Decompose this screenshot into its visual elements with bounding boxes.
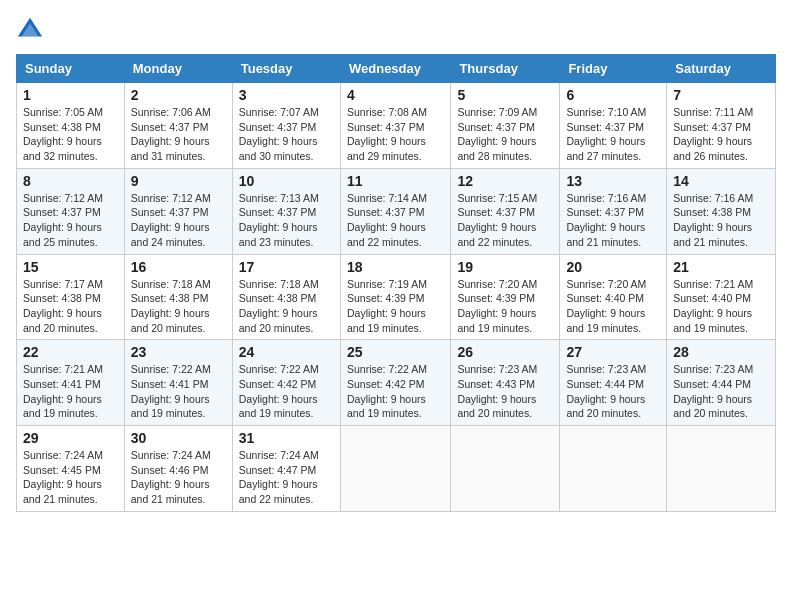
day-detail: Sunrise: 7:20 AMSunset: 4:40 PMDaylight:… — [566, 278, 646, 334]
calendar-cell: 5 Sunrise: 7:09 AMSunset: 4:37 PMDayligh… — [451, 83, 560, 169]
calendar-cell: 25 Sunrise: 7:22 AMSunset: 4:42 PMDaylig… — [340, 340, 450, 426]
calendar-cell: 8 Sunrise: 7:12 AMSunset: 4:37 PMDayligh… — [17, 168, 125, 254]
day-number: 25 — [347, 344, 444, 360]
day-number: 19 — [457, 259, 553, 275]
day-number: 15 — [23, 259, 118, 275]
day-number: 29 — [23, 430, 118, 446]
calendar-week-2: 8 Sunrise: 7:12 AMSunset: 4:37 PMDayligh… — [17, 168, 776, 254]
calendar-cell — [451, 426, 560, 512]
day-detail: Sunrise: 7:13 AMSunset: 4:37 PMDaylight:… — [239, 192, 319, 248]
day-detail: Sunrise: 7:22 AMSunset: 4:42 PMDaylight:… — [347, 363, 427, 419]
day-detail: Sunrise: 7:21 AMSunset: 4:40 PMDaylight:… — [673, 278, 753, 334]
calendar-cell: 15 Sunrise: 7:17 AMSunset: 4:38 PMDaylig… — [17, 254, 125, 340]
calendar-cell: 21 Sunrise: 7:21 AMSunset: 4:40 PMDaylig… — [667, 254, 776, 340]
day-number: 5 — [457, 87, 553, 103]
calendar-cell: 20 Sunrise: 7:20 AMSunset: 4:40 PMDaylig… — [560, 254, 667, 340]
calendar-cell: 11 Sunrise: 7:14 AMSunset: 4:37 PMDaylig… — [340, 168, 450, 254]
calendar-cell: 28 Sunrise: 7:23 AMSunset: 4:44 PMDaylig… — [667, 340, 776, 426]
day-detail: Sunrise: 7:18 AMSunset: 4:38 PMDaylight:… — [131, 278, 211, 334]
day-detail: Sunrise: 7:16 AMSunset: 4:38 PMDaylight:… — [673, 192, 753, 248]
day-detail: Sunrise: 7:11 AMSunset: 4:37 PMDaylight:… — [673, 106, 753, 162]
day-number: 21 — [673, 259, 769, 275]
calendar-table: SundayMondayTuesdayWednesdayThursdayFrid… — [16, 54, 776, 512]
day-detail: Sunrise: 7:12 AMSunset: 4:37 PMDaylight:… — [131, 192, 211, 248]
day-number: 9 — [131, 173, 226, 189]
day-number: 11 — [347, 173, 444, 189]
day-detail: Sunrise: 7:07 AMSunset: 4:37 PMDaylight:… — [239, 106, 319, 162]
day-detail: Sunrise: 7:21 AMSunset: 4:41 PMDaylight:… — [23, 363, 103, 419]
calendar-cell: 22 Sunrise: 7:21 AMSunset: 4:41 PMDaylig… — [17, 340, 125, 426]
day-number: 7 — [673, 87, 769, 103]
calendar-week-3: 15 Sunrise: 7:17 AMSunset: 4:38 PMDaylig… — [17, 254, 776, 340]
day-detail: Sunrise: 7:23 AMSunset: 4:44 PMDaylight:… — [673, 363, 753, 419]
calendar-week-5: 29 Sunrise: 7:24 AMSunset: 4:45 PMDaylig… — [17, 426, 776, 512]
day-number: 27 — [566, 344, 660, 360]
calendar-cell: 3 Sunrise: 7:07 AMSunset: 4:37 PMDayligh… — [232, 83, 340, 169]
day-number: 22 — [23, 344, 118, 360]
day-number: 3 — [239, 87, 334, 103]
calendar-cell: 17 Sunrise: 7:18 AMSunset: 4:38 PMDaylig… — [232, 254, 340, 340]
calendar-cell: 13 Sunrise: 7:16 AMSunset: 4:37 PMDaylig… — [560, 168, 667, 254]
day-number: 13 — [566, 173, 660, 189]
day-number: 28 — [673, 344, 769, 360]
calendar-cell — [560, 426, 667, 512]
calendar-cell: 24 Sunrise: 7:22 AMSunset: 4:42 PMDaylig… — [232, 340, 340, 426]
day-detail: Sunrise: 7:23 AMSunset: 4:43 PMDaylight:… — [457, 363, 537, 419]
calendar-cell: 7 Sunrise: 7:11 AMSunset: 4:37 PMDayligh… — [667, 83, 776, 169]
calendar-cell: 27 Sunrise: 7:23 AMSunset: 4:44 PMDaylig… — [560, 340, 667, 426]
day-number: 1 — [23, 87, 118, 103]
day-detail: Sunrise: 7:24 AMSunset: 4:45 PMDaylight:… — [23, 449, 103, 505]
day-detail: Sunrise: 7:16 AMSunset: 4:37 PMDaylight:… — [566, 192, 646, 248]
calendar-cell: 18 Sunrise: 7:19 AMSunset: 4:39 PMDaylig… — [340, 254, 450, 340]
day-detail: Sunrise: 7:05 AMSunset: 4:38 PMDaylight:… — [23, 106, 103, 162]
calendar-cell: 2 Sunrise: 7:06 AMSunset: 4:37 PMDayligh… — [124, 83, 232, 169]
column-header-wednesday: Wednesday — [340, 55, 450, 83]
day-detail: Sunrise: 7:08 AMSunset: 4:37 PMDaylight:… — [347, 106, 427, 162]
day-detail: Sunrise: 7:18 AMSunset: 4:38 PMDaylight:… — [239, 278, 319, 334]
calendar-header-row: SundayMondayTuesdayWednesdayThursdayFrid… — [17, 55, 776, 83]
page-header — [16, 16, 776, 44]
column-header-saturday: Saturday — [667, 55, 776, 83]
day-number: 20 — [566, 259, 660, 275]
day-number: 8 — [23, 173, 118, 189]
day-number: 31 — [239, 430, 334, 446]
day-number: 14 — [673, 173, 769, 189]
calendar-cell: 12 Sunrise: 7:15 AMSunset: 4:37 PMDaylig… — [451, 168, 560, 254]
day-detail: Sunrise: 7:14 AMSunset: 4:37 PMDaylight:… — [347, 192, 427, 248]
calendar-week-1: 1 Sunrise: 7:05 AMSunset: 4:38 PMDayligh… — [17, 83, 776, 169]
column-header-tuesday: Tuesday — [232, 55, 340, 83]
calendar-week-4: 22 Sunrise: 7:21 AMSunset: 4:41 PMDaylig… — [17, 340, 776, 426]
calendar-cell: 30 Sunrise: 7:24 AMSunset: 4:46 PMDaylig… — [124, 426, 232, 512]
day-number: 18 — [347, 259, 444, 275]
day-number: 26 — [457, 344, 553, 360]
calendar-cell: 31 Sunrise: 7:24 AMSunset: 4:47 PMDaylig… — [232, 426, 340, 512]
day-detail: Sunrise: 7:06 AMSunset: 4:37 PMDaylight:… — [131, 106, 211, 162]
day-detail: Sunrise: 7:24 AMSunset: 4:46 PMDaylight:… — [131, 449, 211, 505]
day-detail: Sunrise: 7:09 AMSunset: 4:37 PMDaylight:… — [457, 106, 537, 162]
day-number: 24 — [239, 344, 334, 360]
column-header-monday: Monday — [124, 55, 232, 83]
calendar-cell — [340, 426, 450, 512]
calendar-cell: 6 Sunrise: 7:10 AMSunset: 4:37 PMDayligh… — [560, 83, 667, 169]
calendar-cell: 10 Sunrise: 7:13 AMSunset: 4:37 PMDaylig… — [232, 168, 340, 254]
day-number: 4 — [347, 87, 444, 103]
day-detail: Sunrise: 7:17 AMSunset: 4:38 PMDaylight:… — [23, 278, 103, 334]
logo-icon — [16, 16, 44, 44]
column-header-sunday: Sunday — [17, 55, 125, 83]
day-detail: Sunrise: 7:19 AMSunset: 4:39 PMDaylight:… — [347, 278, 427, 334]
day-detail: Sunrise: 7:12 AMSunset: 4:37 PMDaylight:… — [23, 192, 103, 248]
calendar-cell: 16 Sunrise: 7:18 AMSunset: 4:38 PMDaylig… — [124, 254, 232, 340]
day-number: 6 — [566, 87, 660, 103]
logo — [16, 16, 48, 44]
column-header-friday: Friday — [560, 55, 667, 83]
day-detail: Sunrise: 7:20 AMSunset: 4:39 PMDaylight:… — [457, 278, 537, 334]
day-number: 2 — [131, 87, 226, 103]
day-detail: Sunrise: 7:23 AMSunset: 4:44 PMDaylight:… — [566, 363, 646, 419]
day-detail: Sunrise: 7:22 AMSunset: 4:42 PMDaylight:… — [239, 363, 319, 419]
calendar-cell: 23 Sunrise: 7:22 AMSunset: 4:41 PMDaylig… — [124, 340, 232, 426]
calendar-cell: 29 Sunrise: 7:24 AMSunset: 4:45 PMDaylig… — [17, 426, 125, 512]
calendar-cell — [667, 426, 776, 512]
calendar-cell: 9 Sunrise: 7:12 AMSunset: 4:37 PMDayligh… — [124, 168, 232, 254]
day-detail: Sunrise: 7:22 AMSunset: 4:41 PMDaylight:… — [131, 363, 211, 419]
day-number: 10 — [239, 173, 334, 189]
